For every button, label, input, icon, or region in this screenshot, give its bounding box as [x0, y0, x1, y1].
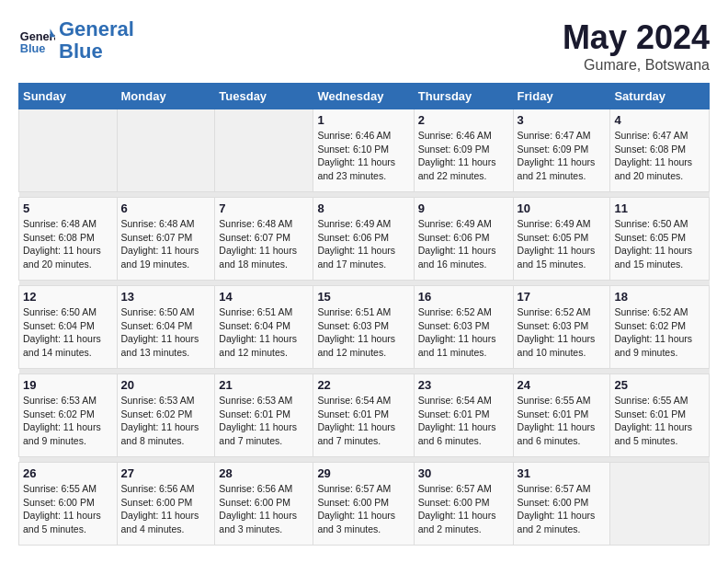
calendar-cell: 8Sunrise: 6:49 AM Sunset: 6:06 PM Daylig…	[313, 198, 414, 281]
day-info: Sunrise: 6:47 AM Sunset: 6:08 PM Dayligh…	[614, 129, 705, 183]
day-info: Sunrise: 6:55 AM Sunset: 6:01 PM Dayligh…	[614, 394, 705, 448]
day-info: Sunrise: 6:52 AM Sunset: 6:03 PM Dayligh…	[418, 305, 509, 360]
day-number: 24	[518, 378, 607, 392]
day-info: Sunrise: 6:50 AM Sunset: 6:04 PM Dayligh…	[121, 305, 211, 360]
logo: General Blue General Blue	[18, 18, 134, 63]
calendar-cell: 22Sunrise: 6:54 AM Sunset: 6:01 PM Dayli…	[313, 374, 414, 457]
day-info: Sunrise: 6:56 AM Sunset: 6:00 PM Dayligh…	[219, 482, 309, 536]
calendar-cell: 29Sunrise: 6:57 AM Sunset: 6:00 PM Dayli…	[313, 463, 414, 546]
day-info: Sunrise: 6:50 AM Sunset: 6:05 PM Dayligh…	[614, 217, 705, 271]
calendar-cell: 13Sunrise: 6:50 AM Sunset: 6:04 PM Dayli…	[117, 286, 215, 369]
calendar-week-row: 5Sunrise: 6:48 AM Sunset: 6:08 PM Daylig…	[19, 198, 710, 281]
day-info: Sunrise: 6:55 AM Sunset: 6:01 PM Dayligh…	[518, 394, 607, 448]
calendar-cell: 23Sunrise: 6:54 AM Sunset: 6:01 PM Dayli…	[414, 374, 513, 457]
day-number: 28	[219, 466, 309, 480]
calendar-cell: 26Sunrise: 6:55 AM Sunset: 6:00 PM Dayli…	[19, 463, 118, 546]
day-number: 4	[614, 113, 705, 127]
day-number: 17	[518, 290, 607, 304]
day-number: 21	[219, 378, 309, 392]
calendar-cell: 5Sunrise: 6:48 AM Sunset: 6:08 PM Daylig…	[19, 198, 118, 281]
day-number: 16	[418, 290, 509, 304]
calendar-header-row: SundayMondayTuesdayWednesdayThursdayFrid…	[19, 84, 710, 109]
day-info: Sunrise: 6:48 AM Sunset: 6:07 PM Dayligh…	[121, 217, 211, 271]
day-number: 20	[121, 378, 211, 392]
day-number: 11	[614, 201, 705, 215]
logo-icon: General Blue	[18, 22, 55, 59]
calendar-cell: 19Sunrise: 6:53 AM Sunset: 6:02 PM Dayli…	[19, 374, 118, 457]
day-info: Sunrise: 6:57 AM Sunset: 6:00 PM Dayligh…	[518, 482, 607, 536]
calendar-cell	[215, 109, 313, 192]
day-number: 30	[418, 466, 509, 480]
day-info: Sunrise: 6:49 AM Sunset: 6:05 PM Dayligh…	[518, 217, 607, 271]
day-number: 6	[121, 201, 211, 215]
calendar-cell: 24Sunrise: 6:55 AM Sunset: 6:01 PM Dayli…	[513, 374, 610, 457]
calendar-cell: 30Sunrise: 6:57 AM Sunset: 6:00 PM Dayli…	[414, 463, 513, 546]
calendar-cell: 2Sunrise: 6:46 AM Sunset: 6:09 PM Daylig…	[414, 109, 513, 192]
calendar-week-row: 19Sunrise: 6:53 AM Sunset: 6:02 PM Dayli…	[19, 374, 710, 457]
calendar-cell: 10Sunrise: 6:49 AM Sunset: 6:05 PM Dayli…	[513, 198, 610, 281]
day-info: Sunrise: 6:52 AM Sunset: 6:03 PM Dayligh…	[518, 305, 607, 360]
header-monday: Monday	[117, 84, 215, 109]
day-info: Sunrise: 6:54 AM Sunset: 6:01 PM Dayligh…	[317, 394, 409, 448]
calendar-cell	[117, 109, 215, 192]
day-number: 14	[219, 290, 309, 304]
header-wednesday: Wednesday	[313, 84, 414, 109]
day-info: Sunrise: 6:57 AM Sunset: 6:00 PM Dayligh…	[317, 482, 409, 536]
calendar-cell: 4Sunrise: 6:47 AM Sunset: 6:08 PM Daylig…	[610, 109, 710, 192]
day-info: Sunrise: 6:49 AM Sunset: 6:06 PM Dayligh…	[418, 217, 509, 271]
calendar-cell: 3Sunrise: 6:47 AM Sunset: 6:09 PM Daylig…	[513, 109, 610, 192]
day-number: 31	[518, 466, 607, 480]
calendar-cell: 1Sunrise: 6:46 AM Sunset: 6:10 PM Daylig…	[313, 109, 414, 192]
calendar-table: SundayMondayTuesdayWednesdayThursdayFrid…	[18, 83, 710, 546]
day-number: 29	[317, 466, 409, 480]
day-number: 12	[23, 290, 113, 304]
day-info: Sunrise: 6:53 AM Sunset: 6:01 PM Dayligh…	[219, 394, 309, 448]
day-info: Sunrise: 6:53 AM Sunset: 6:02 PM Dayligh…	[23, 394, 113, 448]
calendar-week-row: 26Sunrise: 6:55 AM Sunset: 6:00 PM Dayli…	[19, 463, 710, 546]
main-title: May 2024	[563, 18, 710, 57]
calendar-cell: 18Sunrise: 6:52 AM Sunset: 6:02 PM Dayli…	[610, 286, 710, 369]
day-info: Sunrise: 6:48 AM Sunset: 6:08 PM Dayligh…	[23, 217, 113, 271]
day-info: Sunrise: 6:54 AM Sunset: 6:01 PM Dayligh…	[418, 394, 509, 448]
day-info: Sunrise: 6:51 AM Sunset: 6:03 PM Dayligh…	[317, 305, 409, 360]
calendar-week-row: 12Sunrise: 6:50 AM Sunset: 6:04 PM Dayli…	[19, 286, 710, 369]
calendar-cell: 31Sunrise: 6:57 AM Sunset: 6:00 PM Dayli…	[513, 463, 610, 546]
day-info: Sunrise: 6:57 AM Sunset: 6:00 PM Dayligh…	[418, 482, 509, 536]
calendar-cell: 20Sunrise: 6:53 AM Sunset: 6:02 PM Dayli…	[117, 374, 215, 457]
day-info: Sunrise: 6:53 AM Sunset: 6:02 PM Dayligh…	[121, 394, 211, 448]
calendar-cell	[610, 463, 710, 546]
calendar-cell: 27Sunrise: 6:56 AM Sunset: 6:00 PM Dayli…	[117, 463, 215, 546]
day-info: Sunrise: 6:52 AM Sunset: 6:02 PM Dayligh…	[614, 305, 705, 360]
calendar-cell: 11Sunrise: 6:50 AM Sunset: 6:05 PM Dayli…	[610, 198, 710, 281]
page-header: General Blue General Blue May 2024 Gumar…	[18, 18, 710, 74]
day-info: Sunrise: 6:48 AM Sunset: 6:07 PM Dayligh…	[219, 217, 309, 271]
header-thursday: Thursday	[414, 84, 513, 109]
day-info: Sunrise: 6:50 AM Sunset: 6:04 PM Dayligh…	[23, 305, 113, 360]
day-info: Sunrise: 6:56 AM Sunset: 6:00 PM Dayligh…	[121, 482, 211, 536]
day-number: 15	[317, 290, 409, 304]
day-number: 19	[23, 378, 113, 392]
calendar-cell: 14Sunrise: 6:51 AM Sunset: 6:04 PM Dayli…	[215, 286, 313, 369]
calendar-cell: 17Sunrise: 6:52 AM Sunset: 6:03 PM Dayli…	[513, 286, 610, 369]
calendar-cell: 16Sunrise: 6:52 AM Sunset: 6:03 PM Dayli…	[414, 286, 513, 369]
day-info: Sunrise: 6:51 AM Sunset: 6:04 PM Dayligh…	[219, 305, 309, 360]
day-number: 1	[317, 113, 409, 127]
day-number: 5	[23, 201, 113, 215]
header-tuesday: Tuesday	[215, 84, 313, 109]
calendar-cell: 9Sunrise: 6:49 AM Sunset: 6:06 PM Daylig…	[414, 198, 513, 281]
day-number: 10	[518, 201, 607, 215]
day-number: 25	[614, 378, 705, 392]
calendar-cell	[19, 109, 118, 192]
calendar-cell: 6Sunrise: 6:48 AM Sunset: 6:07 PM Daylig…	[117, 198, 215, 281]
day-number: 7	[219, 201, 309, 215]
day-info: Sunrise: 6:49 AM Sunset: 6:06 PM Dayligh…	[317, 217, 409, 271]
day-info: Sunrise: 6:46 AM Sunset: 6:10 PM Dayligh…	[317, 129, 409, 183]
day-number: 22	[317, 378, 409, 392]
day-number: 2	[418, 113, 509, 127]
day-info: Sunrise: 6:47 AM Sunset: 6:09 PM Dayligh…	[518, 129, 607, 183]
svg-text:Blue: Blue	[20, 41, 46, 55]
calendar-cell: 21Sunrise: 6:53 AM Sunset: 6:01 PM Dayli…	[215, 374, 313, 457]
logo-text: General Blue	[59, 18, 134, 63]
day-number: 9	[418, 201, 509, 215]
calendar-cell: 15Sunrise: 6:51 AM Sunset: 6:03 PM Dayli…	[313, 286, 414, 369]
